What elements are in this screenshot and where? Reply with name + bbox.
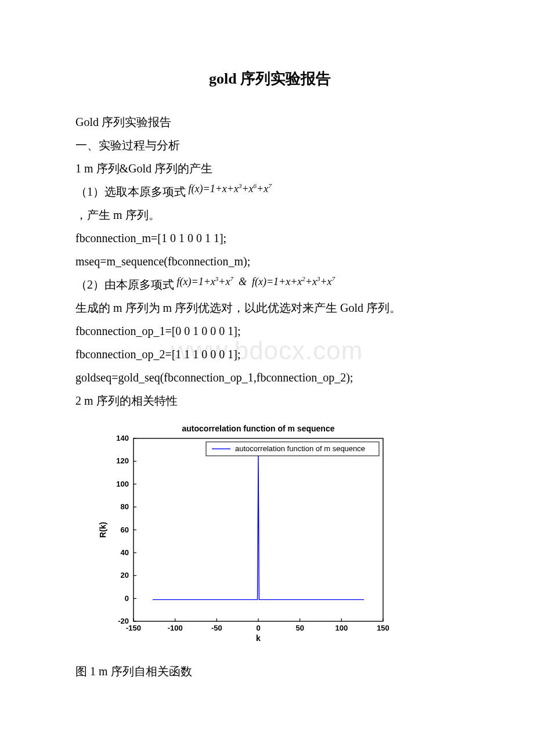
document-content: gold 序列实验报告 Gold 序列实验报告 一、实验过程与分析 1 m 序列…: [75, 64, 464, 683]
svg-text:150: 150: [377, 624, 389, 632]
formula: f(x)=1+x3+x7 & f(x)=1+x+x2+x3+x7: [174, 276, 335, 287]
code-line: mseq=m_sequence(fbconnection_m);: [75, 250, 464, 273]
paragraph: Gold 序列实验报告: [75, 110, 464, 134]
svg-text:-20: -20: [118, 617, 129, 625]
svg-text:50: 50: [295, 624, 304, 632]
paragraph: （1）选取本原多项式 f(x)=1+x+x3+x6+x7: [75, 180, 464, 203]
document-title: gold 序列实验报告: [75, 64, 464, 94]
svg-text:60: 60: [121, 525, 129, 534]
section-heading: 一、实验过程与分析: [75, 134, 464, 157]
text: （2）由本原多项式: [75, 278, 174, 291]
paragraph: ，产生 m 序列。: [75, 203, 464, 226]
code-line: fbconnection_op_1=[0 0 1 0 0 0 1];: [75, 319, 464, 343]
svg-text:80: 80: [121, 502, 129, 511]
svg-text:autocorrelation function of m : autocorrelation function of m sequence: [235, 444, 365, 453]
svg-text:140: 140: [116, 434, 129, 442]
svg-text:40: 40: [121, 548, 129, 557]
code-line: fbconnection_m=[1 0 1 0 0 1 1];: [75, 226, 464, 250]
svg-text:0: 0: [256, 624, 260, 632]
svg-text:100: 100: [116, 480, 129, 488]
svg-text:k: k: [256, 633, 261, 643]
svg-text:100: 100: [335, 624, 348, 632]
svg-text:-50: -50: [211, 624, 222, 632]
paragraph: 生成的 m 序列为 m 序列优选对，以此优选对来产生 Gold 序列。: [75, 296, 464, 319]
autocorrelation-chart: -150-100-50050100150-2002040608010012014…: [93, 418, 395, 650]
svg-text:autocorrelation function of m : autocorrelation function of m sequence: [182, 424, 335, 433]
paragraph: （2）由本原多项式 f(x)=1+x3+x7 & f(x)=1+x+x2+x3+…: [75, 273, 464, 296]
svg-text:0: 0: [125, 594, 129, 603]
formula: f(x)=1+x+x3+x6+x7: [186, 183, 272, 195]
chart-figure: -150-100-50050100150-2002040608010012014…: [93, 418, 464, 650]
text: （1）选取本原多项式: [75, 185, 186, 198]
svg-text:R(k): R(k): [98, 522, 107, 538]
subsection: 2 m 序列的相关特性: [75, 389, 464, 412]
code-line: fbconnection_op_2=[1 1 1 0 0 0 1];: [75, 343, 464, 366]
svg-text:-100: -100: [168, 624, 183, 632]
svg-text:120: 120: [116, 456, 129, 465]
figure-caption: 图 1 m 序列自相关函数: [75, 660, 464, 683]
subsection: 1 m 序列&Gold 序列的产生: [75, 157, 464, 180]
code-line: goldseq=gold_seq(fbconnection_op_1,fbcon…: [75, 366, 464, 389]
svg-text:20: 20: [121, 571, 129, 579]
